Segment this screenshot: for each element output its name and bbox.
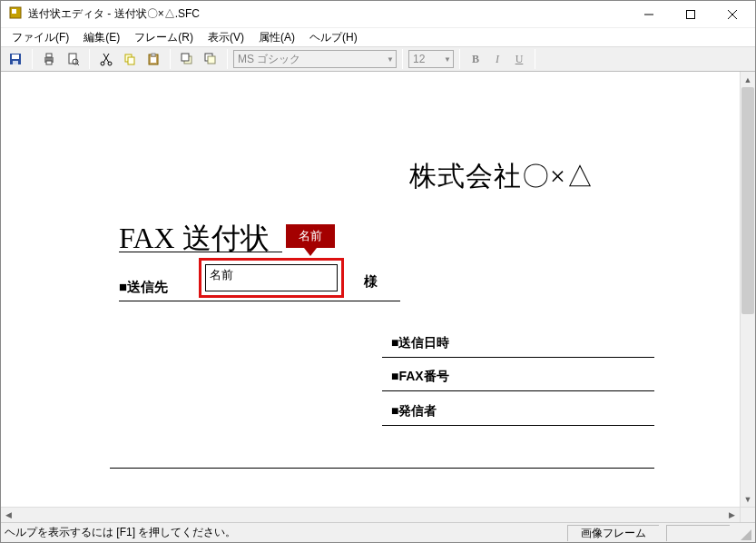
vertical-scrollbar[interactable]: ▲ ▼ [740, 72, 755, 507]
svg-rect-10 [46, 54, 52, 57]
paste-button[interactable] [142, 48, 164, 70]
status-empty [666, 525, 730, 541]
svg-point-18 [108, 62, 112, 65]
underline-button[interactable]: U [509, 50, 529, 68]
dropdown-arrow-icon: ▼ [387, 55, 394, 64]
name-field-selection[interactable]: 名前 [199, 258, 344, 298]
titlebar: 送付状エディタ - 送付状〇×△.SFC [1, 1, 755, 28]
save-button[interactable] [5, 48, 26, 70]
svg-rect-7 [12, 54, 19, 59]
font-name-value: MS ゴシック [238, 52, 300, 67]
status-mode: 画像フレーム [567, 525, 659, 541]
close-button[interactable] [712, 2, 753, 27]
maximize-button[interactable] [670, 2, 712, 27]
canvas-area: 株式会社〇×△ FAX 送付状 名前 ■送信先 名前 様 ■送信日時 ■FAX番… [1, 72, 755, 507]
scroll-down-icon[interactable]: ▼ [741, 491, 756, 507]
separator [89, 49, 90, 69]
document-page[interactable]: 株式会社〇×△ FAX 送付状 名前 ■送信先 名前 様 ■送信日時 ■FAX番… [1, 72, 740, 507]
italic-button[interactable]: I [487, 50, 507, 68]
scroll-left-icon[interactable]: ◀ [1, 508, 16, 523]
print-button[interactable] [38, 48, 60, 70]
scroll-corner [740, 508, 755, 523]
fax-number-row[interactable]: ■FAX番号 [382, 364, 654, 391]
horizontal-scrollbar[interactable]: ◀ ▶ [1, 507, 755, 522]
window-title: 送付状エディタ - 送付状〇×△.SFC [28, 6, 628, 22]
divider-line [110, 468, 654, 469]
name-field[interactable]: 名前 [205, 264, 338, 291]
svg-rect-22 [152, 54, 155, 56]
svg-rect-3 [687, 10, 695, 18]
app-icon [8, 5, 23, 23]
bring-front-button[interactable] [176, 48, 198, 70]
minimize-button[interactable] [628, 2, 670, 27]
status-hint: ヘルプを表示するには [F1] を押してください。 [5, 525, 567, 540]
menu-file[interactable]: ファイル(F) [5, 28, 76, 47]
separator [170, 49, 171, 69]
svg-rect-25 [182, 54, 189, 61]
dropdown-arrow-icon: ▼ [444, 55, 451, 64]
statusbar: ヘルプを表示するには [F1] を押してください。 画像フレーム [1, 522, 755, 542]
separator [459, 49, 460, 69]
toolbar: MS ゴシック ▼ 12 ▼ B I U [1, 46, 755, 72]
svg-rect-11 [46, 61, 52, 64]
svg-line-14 [77, 64, 79, 65]
scroll-thumb[interactable] [741, 87, 754, 314]
tooltip-callout: 名前 [286, 224, 335, 248]
separator [535, 49, 535, 69]
destination-underline [119, 301, 400, 301]
menu-attr[interactable]: 属性(A) [251, 28, 302, 47]
separator [227, 49, 228, 69]
app-window: 送付状エディタ - 送付状〇×△.SFC ファイル(F) 編集(E) フレーム(… [0, 0, 756, 543]
window-buttons [628, 2, 753, 27]
font-name-combo[interactable]: MS ゴシック ▼ [233, 50, 397, 68]
svg-rect-27 [208, 56, 215, 64]
print-preview-button[interactable] [62, 48, 83, 70]
svg-rect-23 [151, 57, 156, 63]
fax-title[interactable]: FAX 送付状 [119, 219, 270, 259]
separator [32, 49, 33, 69]
resize-grip-icon[interactable] [737, 526, 751, 540]
font-size-combo[interactable]: 12 ▼ [408, 50, 454, 68]
bold-button[interactable]: B [466, 50, 486, 68]
send-datetime-row[interactable]: ■送信日時 [382, 331, 654, 358]
copy-button[interactable] [119, 48, 141, 70]
font-size-value: 12 [413, 53, 425, 65]
cut-button[interactable] [95, 48, 117, 70]
separator [402, 49, 403, 69]
menu-edit[interactable]: 編集(E) [76, 28, 127, 47]
menubar: ファイル(F) 編集(E) フレーム(R) 表示(V) 属性(A) ヘルプ(H) [1, 28, 755, 46]
honorific-sama: 様 [364, 273, 378, 291]
send-back-button[interactable] [200, 48, 221, 70]
destination-label: ■送信先 [119, 279, 168, 296]
menu-help[interactable]: ヘルプ(H) [302, 28, 365, 47]
company-name[interactable]: 株式会社〇×△ [409, 158, 594, 195]
svg-rect-8 [13, 61, 18, 64]
svg-rect-1 [12, 9, 16, 14]
svg-point-17 [101, 62, 104, 65]
menu-frame[interactable]: フレーム(R) [127, 28, 201, 47]
scroll-track[interactable] [741, 87, 755, 491]
scroll-track[interactable] [16, 508, 724, 522]
destination-row: ■送信先 [119, 272, 168, 303]
scroll-up-icon[interactable]: ▲ [741, 72, 756, 87]
svg-rect-20 [128, 57, 134, 64]
sender-row[interactable]: ■発信者 [382, 399, 654, 426]
fax-title-underline [119, 252, 282, 252]
scroll-right-icon[interactable]: ▶ [724, 508, 740, 523]
menu-view[interactable]: 表示(V) [201, 28, 251, 47]
